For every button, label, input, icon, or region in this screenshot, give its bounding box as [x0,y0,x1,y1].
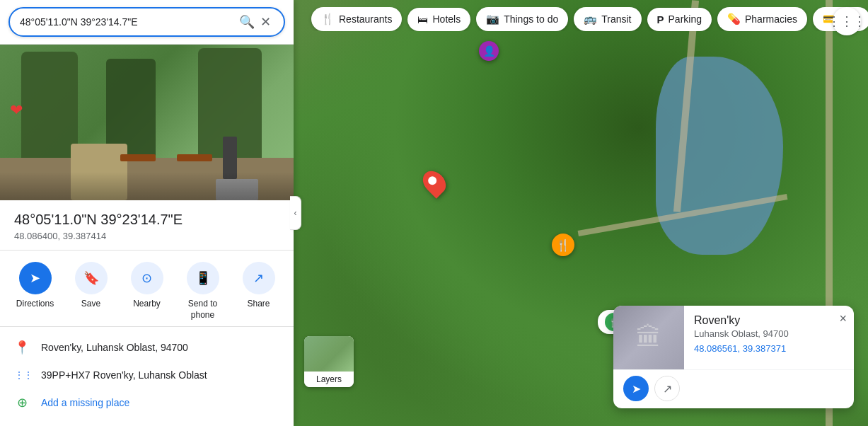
layers-label: Layers [304,372,354,387]
popup-share-icon: ↗ [663,382,672,396]
coords-title: 48°05'11.0"N 39°23'14.7"E [14,212,279,228]
directions-icon-circle: ➤ [19,262,52,294]
parking-nav-button[interactable]: P Parking [647,8,712,31]
left-panel: 48°05'11.0"N 39°23'14.7"E 🔍 ✕ ❤ [0,0,294,426]
plus-code-row: ⋮⋮ 39PP+HX7 Roven'ky, Luhansk Oblast [0,362,294,388]
collapse-chevron-icon: ‹ [294,208,297,218]
selected-location-marker[interactable] [424,170,444,195]
nearby-action-label: Nearby [133,299,161,310]
collapse-panel-button[interactable]: ‹ [290,196,301,230]
restaurant-marker[interactable]: 🍴 [552,234,574,256]
search-button[interactable]: 🔍 [236,13,257,31]
add-business-row[interactable]: 🏢 Add your business [0,418,294,426]
coords-section: 48°05'11.0"N 39°23'14.7"E 48.086400, 39.… [0,200,294,251]
hotels-nav-button[interactable]: 🛏 Hotels [407,8,470,31]
plus-code-text: 39PP+HX7 Roven'ky, Luhansk Oblast [41,369,207,381]
grid-icon: ⋮⋮⋮ [828,13,866,29]
directions-action-label: Directions [16,299,54,310]
location-text: Roven'ky, Luhansk Oblast, 94700 [41,342,188,353]
popup-directions-icon: ➤ [632,382,641,396]
add-missing-row[interactable]: ⊕ Add a missing place [0,388,294,418]
popup-directions-button[interactable]: ➤ [623,376,649,401]
plus-code-icon: ⋮⋮ [14,369,30,381]
hotels-label: Hotels [432,13,461,25]
send-to-phone-action-button[interactable]: 📱 Send to phone [180,262,226,321]
close-icon: × [839,311,847,326]
location-row: 📍 Roven'ky, Luhansk Oblast, 94700 [0,333,294,362]
popup-title: Roven'ky [694,314,828,327]
transit-label: Transit [601,13,631,25]
restaurants-label: Restaurants [339,13,392,25]
send-to-phone-icon-circle: 📱 [187,262,219,294]
popup-coordinates-link[interactable]: 48.086561, 39.387371 [694,343,828,354]
popup-actions: ➤ ↗ [613,369,854,408]
popup-close-button[interactable]: × [839,311,847,326]
actions-row: ➤ Directions 🔖 Save ⊙ Nearby 📱 Send to p… [0,251,294,327]
popup-location-image: 🏛 [613,306,684,369]
layers-preview-image [304,336,354,372]
search-input-wrapper[interactable]: 48°05'11.0"N 39°23'14.7"E 🔍 ✕ [8,7,285,37]
transit-icon: 🚌 [584,13,597,25]
grid-menu-button[interactable]: ⋮⋮⋮ [833,7,861,35]
parking-icon: P [657,13,664,25]
top-navigation: 🍴 Restaurants 🛏 Hotels 📷 Things to do 🚌 … [304,7,868,31]
things-to-do-icon: 📷 [486,13,499,25]
save-action-button[interactable]: 🔖 Save [69,262,114,321]
pharmacies-nav-button[interactable]: 💊 Pharmacies [717,7,807,31]
search-text: 48°05'11.0"N 39°23'14.7"E [20,16,236,28]
share-action-button[interactable]: ↗ Share [236,262,282,321]
things-to-do-nav-button[interactable]: 📷 Things to do [476,7,568,31]
heart-icon: ❤ [10,101,23,120]
directions-action-button[interactable]: ➤ Directions [13,262,58,321]
location-popup-card: × 🏛 Roven'ky Luhansk Oblast, 94700 48.08… [613,306,854,408]
save-action-label: Save [81,299,100,310]
layers-button[interactable]: Layers [304,336,354,387]
popup-share-button[interactable]: ↗ [654,376,680,401]
things-to-do-label: Things to do [504,13,558,25]
transit-nav-button[interactable]: 🚌 Transit [574,7,641,31]
water-body [656,57,783,255]
pharmacies-icon: 💊 [727,13,741,25]
coords-decimal: 48.086400, 39.387414 [14,231,279,241]
add-missing-icon: ⊕ [14,395,30,410]
popup-content: Roven'ky Luhansk Oblast, 94700 48.086561… [684,306,854,369]
share-action-label: Share [247,299,270,310]
share-icon-circle: ↗ [243,262,275,294]
parking-label: Parking [669,13,702,25]
restaurants-icon: 🍴 [321,13,335,25]
location-pin-icon: 📍 [14,340,30,355]
popup-image-placeholder-icon: 🏛 [636,323,661,352]
street-view-photo[interactable]: ❤ [0,45,294,200]
nearby-action-button[interactable]: ⊙ Nearby [125,262,170,321]
search-bar: 48°05'11.0"N 39°23'14.7"E 🔍 ✕ [0,0,294,45]
attraction-marker[interactable]: 👤 [479,41,499,61]
clear-search-button[interactable]: ✕ [257,13,274,31]
restaurants-nav-button[interactable]: 🍴 Restaurants [311,7,402,31]
nearby-icon-circle: ⊙ [131,262,163,294]
info-section: 📍 Roven'ky, Luhansk Oblast, 94700 ⋮⋮ 39P… [0,327,294,426]
pharmacies-label: Pharmacies [745,13,797,25]
add-missing-text[interactable]: Add a missing place [41,397,129,408]
popup-subtitle: Luhansk Oblast, 94700 [694,328,828,339]
save-icon-circle: 🔖 [75,262,108,294]
send-to-phone-action-label: Send to phone [182,299,224,321]
hotels-icon: 🛏 [417,13,428,25]
